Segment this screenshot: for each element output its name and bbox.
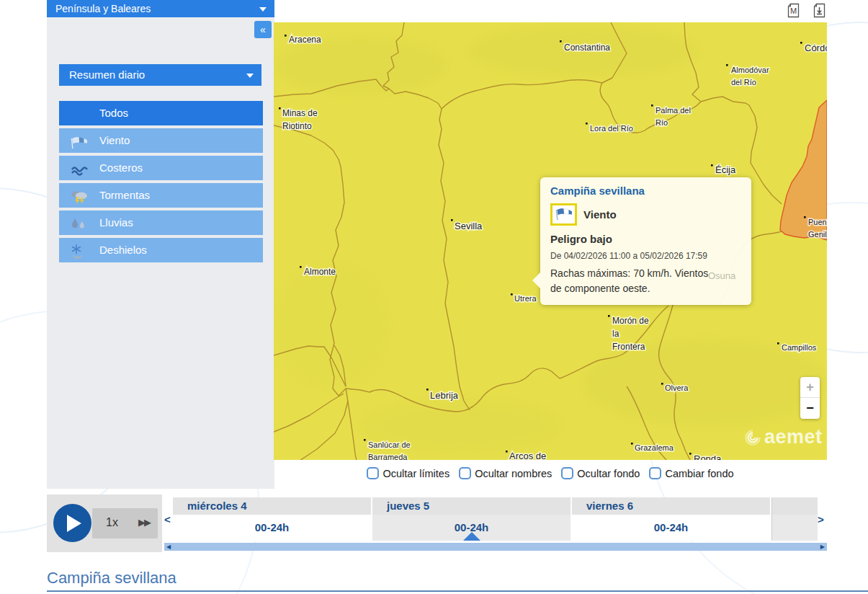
map-dot-aracena <box>285 35 287 37</box>
sidebar-item-lluvias[interactable]: Lluvias <box>59 210 263 235</box>
sidebar-item-tormentas[interactable]: Tormentas <box>59 183 263 208</box>
warning-popup: Campiña sevillana Viento Peligro bajo De <box>540 177 751 305</box>
map-dot-utrera <box>511 293 513 296</box>
windsock-icon <box>550 203 577 226</box>
checkbox-label: Ocultar nombres <box>475 468 552 479</box>
thaw-icon <box>70 243 90 257</box>
play-button[interactable] <box>53 504 91 542</box>
map-zoom-control: + − <box>800 377 820 419</box>
map-dot-ecija <box>711 164 713 167</box>
popup-warning-period: De 04/02/2026 11:00 a 05/02/2026 17:59 <box>550 251 741 261</box>
map-label-moron-de-la-frontera: Frontera <box>612 342 645 352</box>
checkbox-label: Ocultar límites <box>382 468 449 479</box>
zoom-in-button[interactable]: + <box>800 377 820 398</box>
map-label-lora-del-rio: Lora del Río <box>590 124 633 133</box>
filter-label: Costeros <box>99 156 143 180</box>
selected-zone-title: Campiña sevillana <box>47 569 176 588</box>
sidebar-item-deshielos[interactable]: Deshielos <box>59 238 263 262</box>
zoom-out-button[interactable]: − <box>800 398 820 419</box>
sidebar-item-todos[interactable]: Todos <box>59 101 263 125</box>
scrollbar-left-icon[interactable]: ◀ <box>166 543 171 551</box>
play-icon <box>67 515 81 532</box>
popup-warning-description: Rachas máximas: 70 km/h. Vientos de comp… <box>550 266 716 296</box>
timeline-range-button[interactable]: 00-24h <box>372 515 571 541</box>
chevron-down-icon <box>246 74 254 81</box>
checkbox-box[interactable] <box>561 467 573 479</box>
map-dot-almodovar-del-rio <box>726 64 728 66</box>
map-label-sanlucar-de-barrameda: Sanlúcar de <box>368 440 411 449</box>
map-document-icon[interactable]: M <box>787 3 800 18</box>
checkbox-box[interactable] <box>649 467 661 479</box>
map-label-moron-de-la-frontera: la <box>612 329 619 339</box>
timeline-day-column: miércoles 400-24h <box>173 497 372 541</box>
speed-control[interactable]: 1x ▶▶ <box>92 508 158 538</box>
map-label-aracena: Aracena <box>289 35 321 45</box>
map-dot-almonte <box>300 266 302 268</box>
checkbox-box[interactable] <box>459 467 471 479</box>
chevron-down-icon <box>259 7 267 15</box>
map-options-row: Ocultar límitesOcultar nombresOcultar fo… <box>274 467 827 479</box>
timeline-scrollbar[interactable]: ◀ ▶ <box>164 543 827 551</box>
map-label-palma-del-rio: Río <box>656 118 668 127</box>
storm-icon <box>70 188 90 203</box>
map-label-almodovar-del-rio: del Río <box>731 78 756 87</box>
map-label-palma-del-rio: Palma del <box>656 106 691 115</box>
checkbox-box[interactable] <box>367 467 379 479</box>
download-icon[interactable] <box>813 3 826 18</box>
region-select[interactable]: Península y Baleares <box>47 0 274 17</box>
checkbox-label: Ocultar fondo <box>577 468 640 479</box>
popup-warning-type: Viento <box>583 208 617 221</box>
map-dot-ronda <box>689 453 692 455</box>
filter-label: Lluvias <box>99 210 133 235</box>
map-label-minas-de-riotinto: Minas de <box>282 108 318 118</box>
timeline-position-indicator <box>463 532 480 541</box>
checkbox-ocultar-fondo[interactable]: Ocultar fondo <box>561 467 640 479</box>
warning-filter-list: TodosVientoCosterosTormentasLluviasDeshi… <box>59 101 263 265</box>
waves-icon <box>70 161 90 175</box>
filter-label: Viento <box>99 128 130 153</box>
aemet-logo-text: aemet <box>764 426 823 448</box>
checkbox-label: Cambiar fondo <box>665 468 733 479</box>
map-dot-puente-genil <box>804 216 806 218</box>
filter-label: Tormentas <box>99 183 150 208</box>
sidebar-item-viento[interactable]: Viento <box>59 128 263 153</box>
map-label-sevilla: Sevilla <box>455 221 483 231</box>
checkbox-ocultar-nombres[interactable]: Ocultar nombres <box>459 467 552 479</box>
sidebar-collapse-button[interactable]: « <box>254 21 272 38</box>
summary-select[interactable]: Resumen diario <box>59 64 261 86</box>
timeline: < miércoles 400-24hjueves 500-24hviernes… <box>164 495 827 552</box>
timeline-prev-button[interactable]: < <box>164 513 173 526</box>
timeline-day-label: miércoles 4 <box>173 497 371 515</box>
scrollbar-right-icon[interactable]: ▶ <box>820 543 825 551</box>
popup-title: Campiña sevillana <box>550 185 741 197</box>
fast-forward-icon[interactable]: ▶▶ <box>138 517 150 528</box>
timeline-day-label: jueves 5 <box>372 497 571 515</box>
speed-label: 1x <box>106 516 118 529</box>
map-dot-moron-de-la-frontera <box>608 315 610 317</box>
map-label-utrera: Utrera <box>514 294 537 303</box>
timeline-next-button[interactable]: > <box>818 513 826 526</box>
checkbox-cambiar-fondo[interactable]: Cambiar fondo <box>649 467 733 479</box>
svg-text:M: M <box>790 6 797 15</box>
summary-select-value: Resumen diario <box>69 68 145 81</box>
timeline-range-button[interactable]: 00-24h <box>173 515 371 541</box>
timeline-day-column: jueves 500-24h <box>372 497 572 541</box>
map-label-osuna: Osuna <box>708 270 735 281</box>
timeline-range-button[interactable]: 00-24h <box>572 515 770 541</box>
map-label-olvera: Olvera <box>665 384 689 392</box>
map-label-cordoba: Córdoba <box>805 43 827 53</box>
map-label-arcos-de-la-frontera: Arcos de <box>509 451 546 460</box>
map-label-sanlucar-de-barrameda: Barrameda <box>368 453 408 460</box>
checkbox-ocultar-limites[interactable]: Ocultar límites <box>367 467 449 479</box>
warning-map[interactable]: AracenaMinas deRiotintoConstantinaCórdob… <box>274 22 827 460</box>
map-dot-campillos <box>777 342 779 345</box>
map-label-moron-de-la-frontera: Morón de <box>612 316 649 326</box>
footer-divider <box>47 590 868 592</box>
popup-arrow-left <box>532 272 540 288</box>
map-label-ronda: Ronda <box>694 453 722 460</box>
map-label-constantina: Constantina <box>564 43 610 53</box>
timeline-days: miércoles 400-24hjueves 500-24hviernes 6… <box>173 497 819 541</box>
sidebar-item-costeros[interactable]: Costeros <box>59 156 263 180</box>
map-dot-constantina <box>560 40 562 43</box>
map-label-ecija: Écija <box>715 164 736 175</box>
